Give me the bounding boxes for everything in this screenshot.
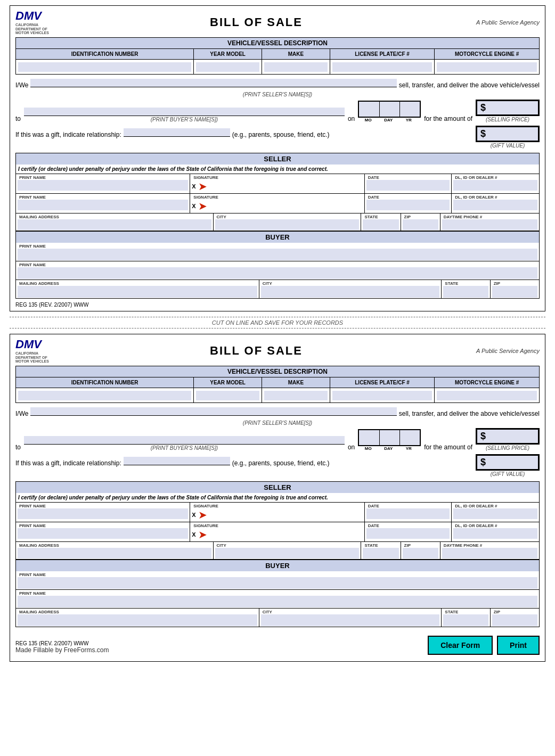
seller-date-1[interactable] — [366, 180, 450, 191]
perjury-text-2: I certify (or declare) under penalty of … — [16, 493, 539, 503]
month-input[interactable] — [359, 102, 379, 117]
plate-input[interactable] — [332, 62, 432, 72]
for-amount-label-2: for the amount of — [424, 443, 472, 451]
phone-label-s-2: DAYTIME PHONE # — [442, 543, 537, 548]
year-input[interactable] — [399, 102, 420, 117]
seller-sig-1-2[interactable] — [207, 510, 363, 520]
sig-x-2: X — [192, 203, 195, 209]
buyer-zip[interactable] — [492, 286, 537, 298]
dmv-logo-2: DMV CALIFORNIADEPARTMENT OF MOTOR VEHICL… — [15, 338, 58, 364]
gift-relationship-input[interactable] — [124, 128, 230, 137]
buyer-print-name-1-2[interactable] — [18, 577, 537, 589]
buyer-city[interactable] — [261, 286, 440, 298]
seller-address-2[interactable] — [18, 548, 211, 558]
on-label-2: on — [348, 443, 355, 451]
signature-label-s2: SIGNATURE — [192, 194, 362, 200]
print-name-label-s2: PRINT NAME — [18, 194, 188, 200]
seller-address[interactable] — [18, 219, 211, 230]
seller-dl-2[interactable] — [453, 200, 537, 210]
seller-name-input[interactable] — [30, 79, 396, 87]
plate-input-2[interactable] — [332, 391, 432, 400]
signature-label-s1: SIGNATURE — [192, 175, 362, 180]
buyer-address[interactable] — [18, 286, 257, 298]
iwe-prefix-2: I/We — [15, 410, 28, 417]
seller-print-name-1[interactable] — [18, 180, 188, 191]
mailing-label-s-2: MAILING ADDRESS — [18, 543, 211, 548]
seller-state[interactable] — [363, 219, 398, 230]
seller-date-2[interactable] — [366, 200, 450, 210]
buyer-state-2[interactable] — [443, 614, 488, 626]
print-name-label-s1-2: PRINT NAME — [18, 503, 188, 508]
seller-title-2: SELLER — [16, 482, 539, 493]
seller-zip[interactable] — [403, 219, 438, 230]
on-label: on — [348, 115, 355, 122]
year-model-input[interactable] — [196, 62, 259, 72]
seller-phone[interactable] — [442, 219, 537, 230]
buyer-title-2: BUYER — [16, 560, 539, 571]
buyer-name-input[interactable] — [24, 108, 345, 116]
yr-label: YR — [398, 118, 419, 122]
print-button[interactable]: Print — [497, 636, 540, 655]
buyer-print-name-1[interactable] — [18, 249, 537, 260]
print-name-label-b1: PRINT NAME — [18, 243, 537, 249]
seller-sig-1[interactable] — [207, 182, 363, 191]
seller-print-name-1-2[interactable] — [18, 508, 188, 519]
state-label-s-2: STATE — [363, 543, 398, 548]
seller-sig-2[interactable] — [207, 201, 363, 211]
buyer-print-name-2-2[interactable] — [18, 596, 537, 607]
seller-name-label-2: (PRINT SELLER'S NAME[S]) — [243, 420, 312, 426]
seller-sig-2-2[interactable] — [207, 530, 363, 539]
seller-city-2[interactable] — [215, 548, 360, 558]
buyer-state[interactable] — [443, 286, 488, 298]
month-input-2[interactable] — [359, 430, 379, 445]
seller-dl-1[interactable] — [453, 180, 537, 191]
gift-value-box-2[interactable]: $ — [476, 454, 540, 471]
dollar-sign-1: $ — [480, 102, 486, 113]
print-name-label-b2-2: PRINT NAME — [18, 590, 537, 596]
reg-text-1: REG 135 (REV. 2/2007) WWW — [15, 302, 88, 308]
zip-label-s: ZIP — [403, 214, 438, 219]
buyer-zip-2[interactable] — [492, 614, 537, 626]
mailing-label-b-2: MAILING ADDRESS — [18, 609, 257, 614]
day-input[interactable] — [379, 102, 399, 117]
id-number-input[interactable] — [18, 62, 191, 72]
engine-input-2[interactable] — [437, 391, 537, 400]
print-name-label-b2: PRINT NAME — [18, 262, 537, 267]
engine-input[interactable] — [437, 62, 537, 72]
col-year-header-2: YEAR MODEL — [194, 377, 262, 388]
selling-price-label-2: (SELLING PRICE) — [486, 445, 529, 451]
seller-print-name-2-2[interactable] — [18, 528, 188, 539]
year-input-2[interactable] — [399, 430, 420, 445]
buyer-name-input-2[interactable] — [24, 436, 345, 445]
buyer-city-2[interactable] — [261, 614, 440, 626]
make-input[interactable] — [264, 62, 328, 72]
selling-price-box[interactable]: $ — [476, 100, 540, 116]
gift-value-box[interactable]: $ — [476, 126, 540, 142]
selling-price-box-2[interactable]: $ — [476, 428, 540, 445]
seller-city[interactable] — [215, 219, 360, 230]
buyer-address-2[interactable] — [18, 614, 257, 626]
year-model-input-2[interactable] — [196, 391, 259, 400]
seller-phone-2[interactable] — [442, 548, 537, 558]
seller-state-2[interactable] — [363, 548, 398, 558]
make-input-2[interactable] — [264, 391, 328, 400]
seller-date-2-2[interactable] — [366, 528, 450, 539]
seller-date-1-2[interactable] — [366, 508, 450, 519]
date-box-2 — [358, 429, 421, 446]
state-label-s: STATE — [363, 214, 398, 219]
seller-dl-2-2[interactable] — [453, 528, 537, 539]
id-number-input-2[interactable] — [18, 391, 191, 400]
buyer-print-name-2[interactable] — [18, 267, 537, 279]
col-plate-header: LICENSE PLATE/CF # — [330, 49, 435, 60]
zip-label-b-2: ZIP — [492, 609, 537, 614]
clear-form-button[interactable]: Clear Form — [428, 636, 493, 655]
col-engine-header: MOTORCYCLE ENGINE # — [435, 49, 540, 60]
seller-name-input-2[interactable] — [30, 407, 396, 416]
seller-zip-2[interactable] — [403, 548, 438, 558]
seller-print-name-2[interactable] — [18, 200, 188, 210]
dl-label-s1-2: DL, ID OR DEALER # — [453, 503, 537, 508]
seller-dl-1-2[interactable] — [453, 508, 537, 519]
dmv-logo: DMV CALIFORNIADEPARTMENT OF MOTOR VEHICL… — [15, 9, 58, 35]
day-input-2[interactable] — [379, 430, 399, 445]
gift-relationship-input-2[interactable] — [124, 457, 230, 465]
